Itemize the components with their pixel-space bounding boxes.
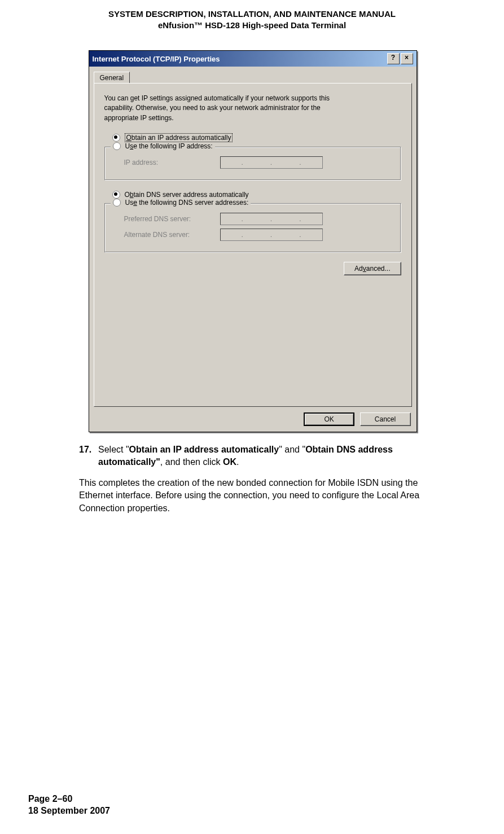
tab-strip: General You can get IP settings assigned… (89, 67, 417, 407)
advanced-button[interactable]: Advanced... (344, 262, 401, 275)
help-button[interactable]: ? (387, 53, 400, 64)
radio-row-dns-auto[interactable]: Obtain DNS server address automatically (112, 191, 401, 199)
field-preferred-dns: Preferred DNS server: . . . (113, 213, 393, 225)
radio-row-ip-auto[interactable]: Obtain an IP address automatically (112, 133, 401, 142)
page-header: SYSTEM DESCRIPTION, INSTALLATION, AND MA… (0, 0, 504, 30)
input-preferred-dns[interactable]: . . . (220, 213, 323, 225)
page-number: Page 2–60 (28, 793, 110, 805)
step-text: Select "Obtain an IP address automatical… (98, 444, 453, 469)
radio-label-ip-auto: Obtain an IP address automatically (125, 133, 233, 142)
cancel-button[interactable]: Cancel (360, 412, 411, 426)
radio-row-dns-manual[interactable]: Use the following DNS server addresses: (111, 199, 251, 207)
ok-button[interactable]: OK (304, 412, 354, 426)
header-line-1: SYSTEM DESCRIPTION, INSTALLATION, AND MA… (0, 8, 504, 20)
radio-icon (112, 191, 120, 199)
input-ip-address[interactable]: . . . (220, 156, 323, 169)
footer-date: 18 September 2007 (28, 805, 110, 817)
radio-label-ip-manual: Use the following IP address: (125, 142, 213, 150)
radio-label-dns-manual: Use the following DNS server addresses: (125, 199, 249, 207)
advanced-row: Advanced... (104, 262, 401, 275)
close-button[interactable]: × (401, 53, 413, 64)
tab-panel-general: You can get IP settings assigned automat… (94, 83, 412, 407)
radio-icon (112, 134, 120, 142)
description-text: You can get IP settings assigned automat… (104, 94, 341, 123)
step-number: 17. (79, 444, 98, 469)
tcpip-properties-dialog: Internet Protocol (TCP/IP) Properties ? … (89, 50, 417, 432)
dialog-title: Internet Protocol (TCP/IP) Properties (93, 55, 386, 63)
radio-row-ip-manual[interactable]: Use the following IP address: (111, 142, 215, 150)
dns-manual-group: Use the following DNS server addresses: … (104, 203, 401, 253)
radio-label-dns-auto: Obtain DNS server address automatically (125, 191, 249, 199)
step-17: 17. Select "Obtain an IP address automat… (79, 444, 453, 469)
tab-general[interactable]: General (94, 72, 130, 84)
field-ip-address: IP address: . . . (113, 156, 393, 169)
label-ip-address: IP address: (124, 159, 220, 166)
label-alternate-dns: Alternate DNS server: (124, 231, 220, 239)
label-preferred-dns: Preferred DNS server: (124, 215, 220, 223)
input-alternate-dns[interactable]: . . . (220, 229, 323, 241)
page-footer: Page 2–60 18 September 2007 (28, 793, 110, 817)
radio-icon (113, 142, 121, 150)
ip-manual-group: Use the following IP address: IP address… (104, 147, 401, 181)
completion-paragraph: This completes the creation of the new b… (79, 477, 453, 515)
field-alternate-dns: Alternate DNS server: . . . (113, 229, 393, 241)
header-line-2: eNfusion™ HSD-128 High-speed Data Termin… (0, 20, 504, 31)
dialog-titlebar: Internet Protocol (TCP/IP) Properties ? … (89, 51, 417, 67)
dialog-footer: OK Cancel (89, 407, 417, 432)
radio-icon (113, 199, 121, 207)
screenshot-figure: Internet Protocol (TCP/IP) Properties ? … (89, 50, 416, 432)
